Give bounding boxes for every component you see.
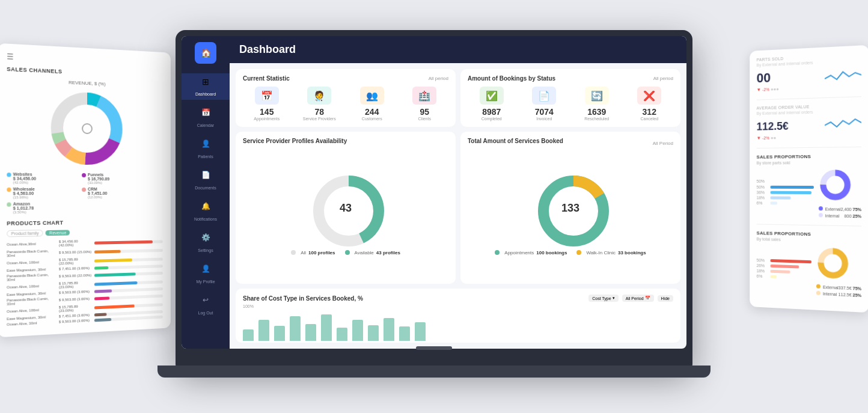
prop-1-legend: External 2,400 75% Internal 800 25% (819, 206, 861, 218)
product-value: $ 15,785.89 (22.00%) (59, 257, 92, 266)
left-panel: ☰ SALES CHANNELS REVENUE, $ (%) (0, 43, 171, 337)
stat-invoiced: 📄 7074 Invoiced (521, 87, 569, 121)
cost-type-label: Cost Type (592, 296, 611, 301)
prop-2-legend: External 337.5€ 75% Internal 112.5€ 25% (816, 284, 861, 298)
prop2-label-18: 18% (757, 269, 768, 274)
laptop-base (157, 366, 711, 378)
revenue-legend: Websites$ 34,456.00(42.00%) Funnels$ 16,… (7, 172, 163, 214)
services-card-header: Total Amount of Services Booked All Peri… (468, 138, 673, 149)
sidebar-item-logout[interactable]: ↩ Log Out (182, 292, 230, 319)
laptop-screen: 🏠 ⊞ Dashboard 📅 Calendar 👤 Patients (182, 36, 686, 349)
laptop-body: 🏠 ⊞ Dashboard 📅 Calendar 👤 Patients (176, 30, 692, 367)
sidebar-patients-label: Patients (198, 154, 213, 159)
product-name: Ocean Alive, 100ml (7, 260, 57, 265)
bar-track (94, 240, 163, 244)
sidebar-documents-label: Documents (195, 186, 216, 190)
prop-bar-row-1: 50% (757, 185, 814, 189)
invoiced-icon-box: 📄 (532, 87, 556, 105)
sales-proportions-1-block: SALES PROPORTIONS By store parts sold 50… (757, 153, 861, 218)
sidebar-home-button[interactable]: 🏠 (195, 42, 216, 64)
sidebar-item-documents[interactable]: 📄 Documents (182, 167, 230, 194)
product-name: Ease Magnesium, 30ml (7, 291, 57, 296)
legend-all-label: All (301, 250, 306, 255)
sales-prop-1-donut: External 2,400 75% Internal 800 25% (819, 168, 861, 219)
sidebar-item-calendar[interactable]: 📅 Calendar (182, 105, 230, 131)
bar-track (94, 294, 163, 300)
prop-bar-pale (771, 197, 791, 200)
product-name: Ocean Alive,30ml (7, 242, 57, 246)
bar-fill (94, 296, 110, 300)
sidebar-item-notifications[interactable]: 🔔 Notifications (182, 198, 230, 225)
prop-1-internal-val: 800 (845, 213, 852, 218)
current-stat-period: All period (429, 76, 448, 81)
revenue-filter-active[interactable]: Revenue (46, 230, 70, 236)
sales-prop-2-sub: By total sales (757, 237, 861, 243)
stat-service-providers: 🧑‍⚕️ 78 Service Providers (296, 87, 344, 121)
prop-2-donut-svg (816, 246, 850, 280)
sidebar-item-profile[interactable]: 👤 My Profile (182, 261, 230, 287)
sales-prop-1-content: 50% 50% 36% 18% 6% (757, 168, 861, 219)
prop-2-internal-dot (816, 291, 821, 295)
sidebar-item-patients[interactable]: 👤 Patients (182, 136, 230, 162)
patients-icon: 👤 (199, 139, 212, 153)
period-label: All Period (626, 296, 644, 301)
avg-order-wave (825, 115, 861, 135)
product-family-filter[interactable]: Product family (7, 230, 43, 237)
product-value: $ 15,785.89 (23.00%) (59, 281, 92, 289)
avg-order-row: 112.5€ (757, 115, 861, 136)
cost-share-controls: Cost Type ▾ All Period 📅 Hide (588, 295, 673, 302)
legend-appointments: Appointments 100 bookings (495, 250, 567, 255)
rescheduled-value: 1639 (587, 107, 606, 117)
product-value: $ 7,451.00 (3.60%) (59, 313, 92, 319)
cost-type-button[interactable]: Cost Type ▾ (588, 295, 618, 302)
sidebar-item-settings[interactable]: ⚙️ Settings (182, 230, 230, 256)
hide-button[interactable]: Hide (658, 295, 673, 302)
legend-walkin-dot (576, 250, 581, 255)
clients-value: 95 (420, 107, 429, 117)
prop-bar-50: 50% (757, 179, 765, 183)
prop-2-internal: Internal 112.5€ 25% (816, 291, 861, 298)
bar-fill (94, 318, 111, 322)
product-value: $ 7,451.00 (3.66%) (59, 266, 92, 271)
hamburger-icon[interactable]: ☰ (7, 52, 163, 69)
sales-prop-1-sub: By store parts sold (757, 160, 861, 165)
middle-sections-row: Service Provider Profiles Availability (236, 132, 680, 284)
sidebar-item-dashboard[interactable]: ⊞ Dashboard (182, 73, 230, 100)
logout-icon: ↩ (199, 296, 212, 309)
stat-customers: 👥 244 Customers (348, 87, 396, 121)
prop-bar-labels: 50% (757, 179, 814, 183)
canceled-icon-box: ❌ (637, 87, 661, 105)
product-value: $ 9,563.00 (15.00%) (59, 250, 92, 254)
prop-label-36: 36% (757, 191, 768, 195)
legend-all-count: 100 profiles (308, 250, 335, 255)
provider-card-title: Service Provider Profiles Availability (243, 138, 448, 144)
chart-bar (399, 326, 410, 341)
stat-canceled: ❌ 312 Canceled (626, 87, 674, 121)
divider-3 (757, 224, 861, 226)
product-name: Ocean Alive, 100ml (7, 284, 57, 289)
appointments-icon-box: 📅 (255, 87, 279, 105)
stat-completed: ✅ 8987 Completed (468, 87, 516, 121)
product-value: $ 9,563.00 (3.66%) (59, 319, 92, 324)
prop2-bar-pale (771, 270, 790, 274)
stats-sections-row: Current Statistic All period 📅 145 Appoi… (236, 69, 680, 127)
product-name: Panasoeda Black Cumin, 30ml (7, 249, 57, 257)
prop-2-internal-pct: 25% (853, 293, 861, 298)
clients-label: Clients (418, 117, 431, 121)
period-button[interactable]: All Period 📅 (622, 295, 654, 302)
bar-track (94, 265, 163, 269)
sales-prop-2-donut: External 337.5€ 75% Internal 112.5€ 25% (816, 246, 861, 298)
svg-point-20 (825, 255, 840, 271)
provider-availability-card: Service Provider Profiles Availability (236, 132, 456, 284)
y-axis-labels: 100% (243, 304, 673, 308)
provider-legend: All 100 profiles Available 43 profiles (291, 250, 400, 255)
avg-order-value-block: AVERAGE ORDER VALUE By External and Inte… (757, 103, 861, 141)
services-card-title: Total Amount of Services Booked (468, 138, 563, 144)
bar-track (94, 271, 163, 277)
divider-1 (757, 96, 861, 100)
legend-available-count: 43 profiles (376, 250, 400, 255)
product-value: $ 9,563.00 (3.66%) (59, 290, 92, 295)
services-card-period: All Period (653, 141, 673, 146)
parts-sold-value: 00 (757, 70, 771, 86)
svg-point-7 (69, 110, 105, 147)
